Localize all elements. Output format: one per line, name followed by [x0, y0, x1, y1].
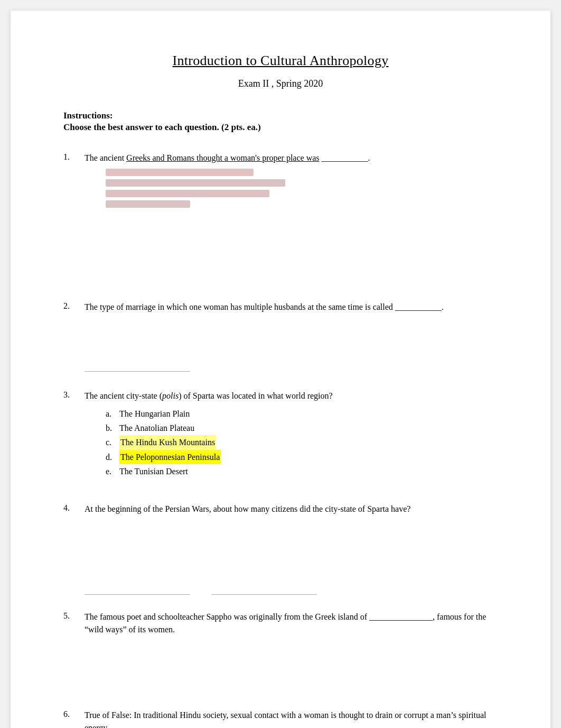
exam-page: Introduction to Cultural Anthropology Ex…: [11, 11, 550, 728]
question-4-blank1: [85, 583, 190, 595]
question-3-choices: a. The Hungarian Plain b. The Anatolian …: [106, 407, 498, 478]
question-1-text: The ancient Greeks and Romans thought a …: [85, 152, 498, 164]
question-6-number: 6.: [63, 709, 85, 719]
instructions-label: Instructions:: [63, 110, 498, 121]
page-subtitle: Exam II , Spring 2020: [63, 78, 498, 89]
question-1-redacted: [106, 169, 498, 208]
question-2-blank: [85, 360, 190, 372]
question-2-text: The type of marriage in which one woman …: [85, 301, 498, 314]
question-1: 1. The ancient Greeks and Romans thought…: [63, 152, 498, 285]
question-4: 4. At the beginning of the Persian Wars,…: [63, 503, 498, 595]
choice-3c: c. The Hindu Kush Mountains: [106, 435, 498, 449]
question-2-number: 2.: [63, 301, 85, 311]
question-5: 5. The famous poet and schoolteacher Sap…: [63, 611, 498, 693]
question-2: 2. The type of marriage in which one wom…: [63, 301, 498, 374]
question-4-blank2: [211, 583, 317, 595]
question-3-number: 3.: [63, 390, 85, 400]
instructions-block: Instructions: Choose the best answer to …: [63, 110, 498, 133]
question-5-text: The famous poet and schoolteacher Sappho…: [85, 611, 498, 636]
instructions-text: Choose the best answer to each question.…: [63, 122, 498, 133]
page-title: Introduction to Cultural Anthropology: [63, 53, 498, 69]
question-3: 3. The ancient city-state (polis) of Spa…: [63, 390, 498, 478]
choice-3e: e. The Tunisian Desert: [106, 464, 498, 478]
question-1-number: 1.: [63, 152, 85, 162]
choice-3d: d. The Peloponnesian Peninsula: [106, 450, 498, 464]
question-4-text: At the beginning of the Persian Wars, ab…: [85, 503, 498, 515]
question-6: 6. True of False: In traditional Hindu s…: [63, 709, 498, 728]
question-5-number: 5.: [63, 611, 85, 621]
question-4-number: 4.: [63, 503, 85, 513]
question-6-text: True of False: In traditional Hindu soci…: [85, 709, 498, 728]
choice-3a: a. The Hungarian Plain: [106, 407, 498, 421]
choice-3b: b. The Anatolian Plateau: [106, 421, 498, 435]
question-3-text: The ancient city-state (polis) of Sparta…: [85, 390, 498, 402]
